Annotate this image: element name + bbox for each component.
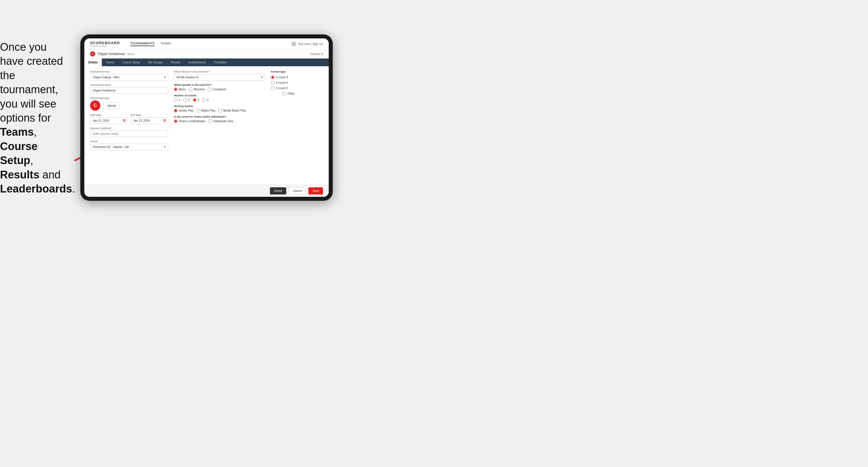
format-label: Format type [271,70,323,73]
rounds-field: Number of rounds 1 2 3 [174,94,265,102]
calendar-icon-start: 📅 [123,119,126,122]
tab-results[interactable]: Results [167,59,184,66]
start-date-input[interactable] [90,117,128,124]
scoring-field: Scoring system Stroke Play Match Play [174,105,265,113]
teams-plus-label: Teams (+Individuals) [179,120,205,123]
tab-course-setup[interactable]: Course Setup [118,59,144,66]
scoring-match-label: Match Play [202,109,215,112]
top-nav: SCOREBOARD Powered by clippd TOURNAMENTS… [84,38,329,50]
teams-field: Is this event for Teams and/or Individua… [174,115,265,123]
end-date-input[interactable] [130,117,168,124]
format-5count4-radio[interactable] [271,75,275,79]
start-date-label: Start date [90,114,128,117]
scoring-match-radio[interactable] [196,109,200,113]
format-other-radio[interactable] [282,92,286,96]
gender-mens[interactable]: Mens [174,88,186,91]
logo-area: SCOREBOARD Powered by clippd [90,41,120,47]
rounds-1[interactable]: 1 [174,98,180,102]
logo-circle: C [90,100,100,111]
nav-teams[interactable]: TEAMS [160,41,171,46]
individuals-only-label: Individuals Only [213,120,233,123]
format-other[interactable]: Other [282,92,323,96]
scoring-medal[interactable]: Medal Match Play [218,109,246,113]
format-6count5[interactable]: 6 count 5 [271,86,323,90]
right-column: Format type 5 count 4 6 count 4 6 count … [271,70,323,181]
rounds-2[interactable]: 2 [183,98,190,102]
gender-womens[interactable]: Womens [189,88,205,91]
upload-button[interactable]: Upload [103,102,120,109]
gender-combined[interactable]: Combined [208,88,226,91]
tournament-name-label: Tournament name [90,84,168,86]
breadcrumb: C Clippd Invitational (Men) [90,51,134,57]
save-button[interactable]: Save [308,187,323,194]
scoring-stroke-radio[interactable] [174,109,178,113]
scoring-radio-group: Stroke Play Match Play Medal Match Play [174,109,265,113]
nav-links: TOURNAMENTS TEAMS [130,41,171,46]
cancel-button-top[interactable]: Cancel X [310,52,323,56]
scoring-stroke-label: Stroke Play [179,109,193,112]
venue-select[interactable]: Peachtree GC - Atlanta - GA [90,144,168,150]
scoring-stroke[interactable]: Stroke Play [174,109,193,113]
tab-bar: Details Teams Course Setup Tee Groups Re… [84,59,329,66]
rounds-3[interactable]: 3 [193,98,199,102]
gender-combined-label: Combined [213,88,226,91]
gender-womens-radio[interactable] [189,88,192,91]
tournament-host-select[interactable]: Clippd College - Men [90,74,168,81]
scoring-medal-radio[interactable] [218,109,222,113]
scoring-label: Scoring system [174,105,265,107]
format-6count5-radio[interactable] [271,86,275,90]
format-6count4[interactable]: 6 count 4 [271,81,323,85]
breadcrumb-icon: C [90,51,95,57]
sponsor-label: Sponsor (optional) [90,127,168,130]
delete-button[interactable]: Delete [270,187,286,194]
format-6count5-label: 6 count 5 [276,87,288,90]
main-content: Tournament Host Clippd College - Men Tou… [84,66,329,185]
rounds-1-radio[interactable] [174,98,178,102]
tab-details[interactable]: Details [84,59,102,66]
breadcrumb-title: Clippd Invitational [97,52,125,56]
gender-mens-radio[interactable] [174,88,178,91]
individuals-only[interactable]: Individuals Only [208,119,233,123]
format-6count4-radio[interactable] [271,81,275,85]
end-date-wrap: 📅 [130,117,168,124]
division-select[interactable]: NCAA Division III [174,74,265,81]
tournament-name-input[interactable] [90,87,168,94]
scoring-match[interactable]: Match Play [196,109,215,113]
user-area: Test User | Sign out [291,41,323,46]
start-date-field: Start date 📅 [90,114,128,124]
rounds-4-radio[interactable] [202,98,206,102]
division-label: Which division is the event for? [174,70,265,73]
sponsor-input[interactable] [90,130,168,137]
rounds-4-label: 4 [207,98,209,101]
rounds-2-radio[interactable] [183,98,187,102]
tab-printables[interactable]: Printables [210,59,230,66]
nav-tournaments[interactable]: TOURNAMENTS [130,41,155,46]
tab-leaderboards[interactable]: Leaderboards [184,59,210,66]
cancel-button[interactable]: Cancel [288,187,306,194]
rounds-3-radio[interactable] [193,98,196,102]
rounds-2-label: 2 [188,98,190,101]
tournament-name-field: Tournament name [90,84,168,94]
tab-tee-groups[interactable]: Tee Groups [144,59,167,66]
user-label[interactable]: Test User | Sign out [298,42,323,45]
tab-teams[interactable]: Teams [102,59,118,66]
venue-label: Venue [90,140,168,143]
individuals-only-radio[interactable] [208,119,212,123]
gender-combined-radio[interactable] [208,88,211,91]
rounds-3-label: 3 [198,98,199,101]
teams-plus-individuals[interactable]: Teams (+Individuals) [174,119,205,123]
division-field: Which division is the event for? NCAA Di… [174,70,265,81]
format-other-label: Other [287,92,294,95]
tournament-host-field: Tournament Host Clippd College - Men [90,70,168,81]
annotation-text: Once you have created the tournament, yo… [0,40,69,196]
tablet-frame: SCOREBOARD Powered by clippd TOURNAMENTS… [80,34,333,201]
format-5count4[interactable]: 5 count 4 [271,75,323,79]
rounds-4[interactable]: 4 [202,98,209,102]
gender-mens-label: Mens [179,88,186,91]
sponsor-field: Sponsor (optional) [90,127,168,137]
modal-footer: Delete Cancel Save [84,185,329,197]
end-date-label: End date [130,114,168,117]
teams-plus-radio[interactable] [174,119,178,123]
gender-radio-group: Mens Womens Combined [174,88,265,91]
format-6count4-label: 6 count 4 [276,81,288,84]
